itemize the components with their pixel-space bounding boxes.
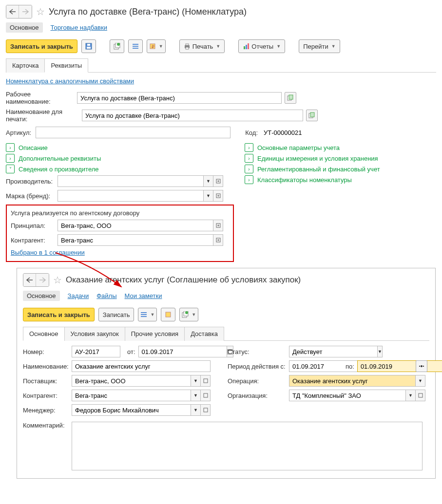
agr-tab-delivery[interactable]: Доставка — [184, 327, 224, 341]
agr-manager-input[interactable] — [72, 404, 191, 416]
agr-operation-dropdown[interactable]: ▼ — [416, 375, 425, 387]
principal-input[interactable] — [58, 220, 213, 231]
goto-button[interactable]: Перейти ▼ — [299, 39, 340, 53]
work-name-input[interactable] — [77, 92, 282, 104]
agr-nav-files[interactable]: Файлы — [96, 291, 116, 301]
chevron-down-icon: ▼ — [192, 312, 196, 317]
expand-params-icon[interactable]: › — [245, 143, 253, 152]
agent-contractor-open[interactable] — [213, 234, 223, 246]
svg-point-5 — [117, 43, 120, 46]
section-manuf[interactable]: Сведения о производителе — [19, 166, 99, 173]
agr-forward-button[interactable] — [36, 274, 49, 286]
agr-copy-button[interactable]: ▼ — [179, 308, 198, 321]
svg-rect-18 — [289, 95, 293, 99]
agr-comment-input[interactable] — [72, 422, 423, 470]
agr-nav-tasks[interactable]: Задачи — [68, 291, 89, 301]
agr-operation-input[interactable] — [289, 375, 416, 387]
agr-period-to-input[interactable] — [357, 360, 442, 372]
manufacturer-open[interactable] — [213, 175, 223, 187]
brand-open[interactable] — [213, 190, 223, 202]
brand-dropdown[interactable]: ▼ — [204, 190, 213, 202]
work-name-fill-button[interactable] — [285, 92, 296, 104]
print-name-fill-button[interactable] — [306, 110, 318, 121]
agent-contractor-input[interactable] — [58, 234, 213, 246]
agr-org-open[interactable] — [416, 390, 425, 401]
forward-button[interactable] — [19, 5, 32, 18]
agr-contractor-label: Контрагент: — [23, 392, 69, 399]
agent-contract-section: Услуга реализуется по агентскому договор… — [6, 205, 234, 262]
agr-list-button[interactable]: ▼ — [138, 308, 157, 321]
sku-label: Артикул: — [6, 129, 33, 136]
reports-button[interactable]: Отчеты ▼ — [238, 39, 285, 53]
sku-input[interactable] — [36, 127, 231, 138]
manufacturer-input[interactable] — [58, 175, 204, 187]
section-params[interactable]: Основные параметры учета — [257, 144, 340, 151]
save-close-button[interactable]: Записать и закрыть — [6, 39, 77, 53]
principal-open[interactable] — [213, 220, 223, 231]
agr-period-helper[interactable] — [416, 360, 427, 372]
agr-supplier-open[interactable] — [201, 375, 211, 387]
svg-rect-20 — [310, 112, 314, 117]
agr-tab-main[interactable]: Основное — [23, 327, 65, 341]
agr-nav-back-forward[interactable] — [23, 273, 49, 287]
agr-status-dropdown[interactable]: ▼ — [378, 346, 383, 357]
svg-rect-36 — [204, 408, 208, 412]
agr-name-input[interactable] — [72, 360, 211, 372]
back-button[interactable] — [6, 5, 19, 18]
selected-agreement-link[interactable]: Выбрано в 1 соглашении — [11, 249, 85, 256]
expand-reglament-icon[interactable]: › — [245, 165, 253, 173]
brand-input[interactable] — [58, 190, 204, 202]
agr-from-label: от: — [127, 348, 135, 355]
nav-main[interactable]: Основное — [6, 22, 43, 33]
svg-rect-28 — [166, 312, 171, 317]
tab-props[interactable]: Реквизиты — [44, 58, 88, 73]
agr-contractor-input[interactable] — [72, 390, 191, 401]
save-button[interactable] — [81, 39, 96, 53]
section-desc[interactable]: Описание — [19, 144, 48, 151]
agr-org-dropdown[interactable]: ▼ — [406, 390, 416, 401]
agr-save-close-button[interactable]: Записать и закрыть — [23, 308, 95, 321]
agr-nav-notes[interactable]: Мои заметки — [125, 291, 162, 301]
agr-contractor-open[interactable] — [201, 390, 211, 401]
agr-tab-cond[interactable]: Условия закупок — [64, 327, 125, 341]
nav-back-forward[interactable] — [6, 5, 32, 19]
expand-classifiers-icon[interactable]: › — [245, 175, 253, 184]
agr-number-label: Номер: — [23, 348, 69, 355]
agr-contractor-dropdown[interactable]: ▼ — [191, 390, 201, 401]
agr-org-input[interactable] — [289, 390, 406, 401]
agr-save-button[interactable]: Записать — [98, 308, 135, 321]
expand-units-icon[interactable]: › — [245, 154, 253, 163]
similar-items-link[interactable]: Номенклатура с аналогичными свойствами — [6, 77, 134, 85]
section-extra[interactable]: Дополнительные реквизиты — [19, 155, 101, 162]
tab-card[interactable]: Карточка — [6, 58, 45, 73]
print-name-input[interactable] — [82, 110, 303, 121]
svg-rect-13 — [186, 47, 189, 49]
list-button[interactable] — [128, 39, 143, 53]
agr-number-input[interactable] — [72, 346, 120, 357]
agr-manager-dropdown[interactable]: ▼ — [191, 404, 201, 416]
agr-back-button[interactable] — [23, 274, 36, 286]
agr-manager-open[interactable] — [201, 404, 211, 416]
section-units[interactable]: Единицы измерения и условия хранения — [257, 155, 378, 162]
print-button[interactable]: Печать ▼ — [179, 39, 225, 53]
agr-supplier-dropdown[interactable]: ▼ — [191, 375, 201, 387]
svg-point-31 — [185, 311, 188, 314]
agr-supplier-input[interactable] — [72, 375, 191, 387]
expand-extra-icon[interactable]: › — [6, 154, 15, 163]
manufacturer-dropdown[interactable]: ▼ — [204, 175, 213, 187]
prices-button[interactable]: ₽ ▼ — [147, 39, 166, 53]
agr-status-input[interactable] — [289, 346, 378, 357]
agr-favorite-icon[interactable]: ☆ — [53, 274, 62, 286]
copy-button[interactable] — [110, 39, 124, 53]
section-reglament[interactable]: Регламентированный и финансовый учет — [257, 166, 380, 173]
collapse-manuf-icon[interactable]: ˅ — [6, 165, 15, 173]
expand-desc-icon[interactable]: › — [6, 143, 15, 152]
section-classifiers[interactable]: Классификаторы номенклатуры — [257, 176, 352, 184]
agr-attach-button[interactable] — [161, 308, 175, 321]
nav-markup[interactable]: Торговые надбавки — [51, 22, 107, 33]
agr-tab-other[interactable]: Прочие условия — [125, 327, 185, 341]
svg-rect-2 — [87, 44, 90, 46]
agr-nav-main[interactable]: Основное — [23, 291, 60, 301]
agr-from-input[interactable] — [138, 346, 227, 357]
favorite-icon[interactable]: ☆ — [36, 6, 45, 18]
